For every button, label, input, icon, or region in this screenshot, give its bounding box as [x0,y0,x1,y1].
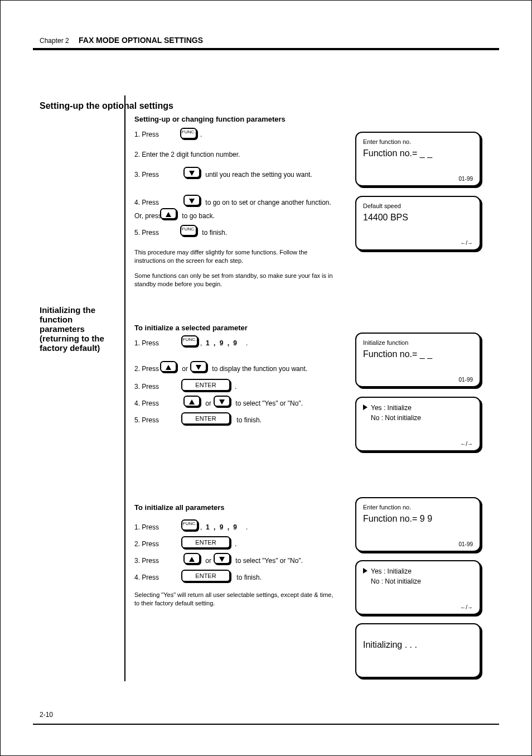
display-footer: ←/→ [460,441,473,447]
digits: 1 , 9 , 9 [206,523,238,532]
document-page: Chapter 2 FAX MODE OPTIONAL SETTINGS Set… [0,0,532,756]
enter-button[interactable]: ENTER [181,379,230,391]
step-text: . [246,523,248,532]
step-text: to select "Yes" or "No". [234,399,303,408]
step-text: 4. Press [134,399,161,408]
step-text: 4. Press [134,573,161,582]
button-label: ENTER [195,382,216,388]
display-footer: ←/→ [460,240,473,246]
footer-rule [33,724,499,725]
step-text: . [200,130,202,139]
step-text: 2. Press [134,364,161,373]
step-text: or [180,364,190,373]
section-heading: Initializing the function parameters (re… [40,305,118,353]
subheading: To initialize a selected parameter [134,323,248,333]
chapter-label: Chapter 2 [40,36,69,45]
step-text: 5. Press [134,228,161,237]
func-button[interactable]: FUNC. [180,128,197,139]
lcd-display: Yes : Initialize No : Not initialize ←/→ [355,397,481,451]
step-text: to go on to set or change another functi… [204,198,331,207]
lcd-display: Enter function no. Function no.= 9 9 01-… [355,497,481,552]
step-text: or [204,399,213,408]
down-arrow-button[interactable] [183,195,200,206]
display-line: Yes : Initialize [371,567,412,575]
step-text: . [235,540,236,548]
button-label: FUNC. [183,521,196,526]
play-cursor-icon [363,404,371,412]
header-title: FAX MODE OPTIONAL SETTINGS [79,35,203,46]
display-line: Initialize function [363,339,473,346]
func-button[interactable]: FUNC. [180,225,197,236]
display-line: Yes : Initialize [371,404,412,412]
enter-button[interactable]: ENTER [181,412,230,425]
down-arrow-button[interactable] [190,361,207,372]
button-label: ENTER [195,572,216,579]
display-footer: 01-99 [458,176,473,182]
step-text: until you reach the setting you want. [204,170,312,179]
step-text: to select "Yes" or "No". [234,556,303,565]
note-text: This procedure may differ slightly for s… [134,248,335,265]
up-arrow-button[interactable] [183,553,200,564]
step-text: to finish. [200,228,227,237]
step-text: 3. Press [134,556,161,565]
lcd-display: Yes : Initialize No : Not initialize ←/→ [355,560,481,615]
button-label: FUNC. [182,227,195,232]
down-arrow-button[interactable] [214,553,230,564]
button-label: ENTER [195,539,216,546]
display-line: 14400 BPS [363,213,473,223]
down-arrow-button[interactable] [183,167,200,178]
step-text: 2. Enter the 2 digit function number. [134,150,240,159]
page-number: 2-10 [40,710,53,719]
step-text: 3. Press [134,382,161,391]
note-text: Some functions can only be set from stan… [134,272,335,288]
display-line: No : Not initialize [371,577,473,585]
lcd-display: Initializing . . . [355,623,481,678]
button-label: FUNC. [183,337,196,342]
display-line: Default speed [363,203,473,209]
button-label: ENTER [195,415,216,422]
step-text: 1. Press [134,523,161,532]
func-button[interactable]: FUNC. [181,519,198,531]
display-line: Function no.= _ _ [363,349,473,359]
step-text: . [246,339,248,348]
step-text: 2. Press [134,540,161,548]
display-line: Function no.= 9 9 [363,514,473,524]
step-text: or [204,556,213,565]
display-line: Enter function no. [363,504,473,511]
step-text: to go back. [180,211,215,220]
display-footer: 01-99 [458,541,473,547]
subheading: To initialize all parameters [134,503,225,513]
step-text: to finish. [235,573,262,582]
display-footer: 01-99 [458,377,473,383]
vertical-divider [124,95,125,681]
up-arrow-button[interactable] [183,396,200,407]
enter-button[interactable]: ENTER [181,570,230,582]
play-cursor-icon [363,567,371,575]
display-line: Enter function no. [363,138,473,145]
step-text: 4. Press [134,198,161,207]
step-text: 3. Press [134,170,161,179]
lcd-display: Initialize function Function no.= _ _ 01… [355,333,481,387]
note-text: Selecting "Yes" will return all user sel… [134,591,335,608]
step-text: . [235,382,236,391]
subheading: Setting-up or changing function paramete… [134,114,286,124]
func-button[interactable]: FUNC. [181,335,198,346]
up-arrow-button[interactable] [160,208,177,219]
step-text: Or, press [134,211,163,220]
step-text: 1. Press [134,130,161,139]
up-arrow-button[interactable] [160,361,177,372]
step-text: to display the function you want. [210,364,307,373]
section-heading: Setting-up the optional settings [40,101,173,111]
display-line: No : Not initialize [371,414,473,422]
header-rule [33,48,499,50]
step-text: to finish. [235,416,262,425]
button-label: FUNC. [182,129,195,134]
step-text: 1. Press [134,339,161,348]
display-line: Function no.= _ _ [363,148,473,158]
enter-button[interactable]: ENTER [181,536,230,548]
digits: 1 , 9 , 9 [206,339,238,348]
step-text: , [200,523,202,532]
step-text: , [200,339,202,348]
down-arrow-button[interactable] [214,396,230,407]
lcd-display: Default speed 14400 BPS ←/→ [355,196,481,251]
